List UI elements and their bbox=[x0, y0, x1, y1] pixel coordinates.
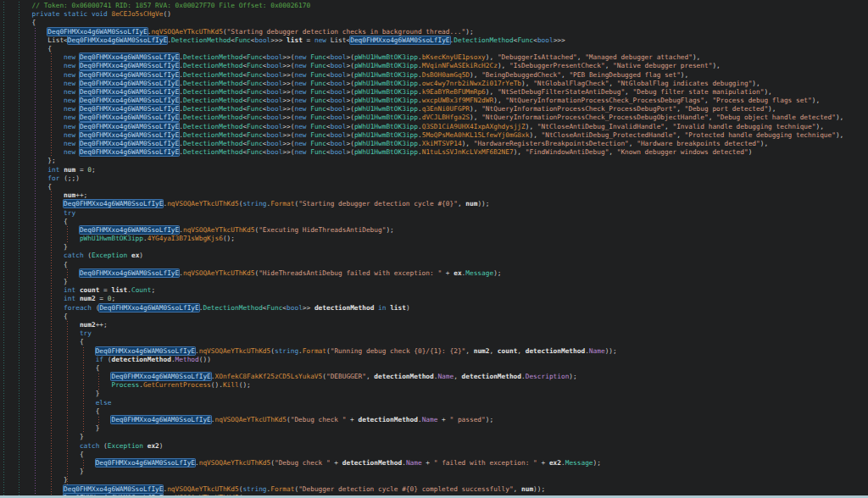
code-line: } bbox=[0, 468, 843, 476]
code-token: num bbox=[465, 200, 477, 208]
code-token: pWhU1HwmBtOK3ipp bbox=[354, 71, 418, 79]
code-token: ); bbox=[386, 226, 393, 234]
highlighted-symbol-occurrence[interactable]: Deq0FHMXxo4g6WAM0SsoLfIyE bbox=[47, 28, 147, 36]
code-token: Name bbox=[437, 373, 453, 380]
code-token: nqVSOQAeYTkcUThKd5 bbox=[215, 416, 287, 423]
code-token: "NtQueryInformationProcessCheck_ProcessD… bbox=[481, 113, 709, 121]
code-token: detectionMethod bbox=[374, 373, 433, 380]
highlighted-symbol-occurrence[interactable]: Deq0FHMXxo4g6WAM0SsoLfIyE bbox=[64, 485, 163, 493]
code-token: bool bbox=[331, 53, 347, 61]
code-token: new bbox=[294, 62, 310, 69]
code-token: "Debug check " bbox=[275, 459, 331, 467]
highlighted-symbol-occurrence[interactable]: Deq0FHMXxo4g6WAM0SsoLfIyE bbox=[80, 105, 179, 113]
highlighted-symbol-occurrence[interactable]: Deq0FHMXxo4g6WAM0SsoLfIyE bbox=[68, 36, 167, 44]
code-token: DetectionMethod bbox=[183, 62, 242, 69]
code-token: "NtGlobalFlag indicates debugging" bbox=[617, 80, 753, 87]
code-token: Func bbox=[310, 80, 326, 87]
code-line: catch (Exception ex) bbox=[0, 252, 843, 260]
highlighted-symbol-occurrence[interactable]: Deq0FHMXxo4g6WAM0SsoLfIyE bbox=[80, 80, 179, 87]
code-token: new bbox=[0, 148, 80, 156]
code-token: "Debug port detected" bbox=[685, 105, 769, 113]
code-line: Deq0FHMXxo4g6WAM0SsoLfIyE.nqVSOQAeYTkcUT… bbox=[0, 459, 843, 468]
code-token: (); bbox=[223, 235, 235, 242]
highlighted-symbol-occurrence[interactable]: Deq0FHMXxo4g6WAM0SsoLfIyE bbox=[96, 459, 195, 467]
code-token bbox=[0, 226, 80, 234]
code-token: pWhU1HwmBtOK3ipp bbox=[354, 131, 418, 139]
highlighted-symbol-occurrence[interactable]: Deq0FHMXxo4g6WAM0SsoLfIyE bbox=[64, 200, 163, 208]
code-token: ), bbox=[752, 80, 760, 87]
code-token: catch bbox=[0, 442, 103, 450]
code-token: Q3SD1CiA9UHX4IxpAXghdysjjZ bbox=[422, 123, 526, 130]
code-token: bool bbox=[331, 140, 347, 147]
code-token: num bbox=[521, 485, 533, 493]
highlighted-symbol-occurrence[interactable]: Deq0FHMXxo4g6WAM0SsoLfIyE bbox=[350, 36, 449, 44]
code-token: + bbox=[537, 459, 549, 467]
code-area[interactable]: // Token: 0x06000741 RID: 1857 RVA: 0x00… bbox=[0, 2, 843, 498]
code-token: 8eCEJo5sCHgVe bbox=[111, 10, 163, 18]
code-token: wxcpUWBx3f9MFN2dWR bbox=[422, 97, 494, 104]
highlighted-symbol-occurrence[interactable]: Deq0FHMXxo4g6WAM0SsoLfIyE bbox=[96, 347, 195, 355]
code-token: list bbox=[111, 286, 127, 294]
highlighted-symbol-occurrence[interactable]: Deq0FHMXxo4g6WAM0SsoLfIyE bbox=[80, 140, 179, 147]
code-token: } bbox=[0, 424, 99, 432]
code-token: pWhU1HwmBtOK3ipp bbox=[354, 113, 418, 121]
code-token: DetectionMethod bbox=[203, 304, 262, 312]
highlighted-symbol-occurrence[interactable]: Deq0FHMXxo4g6WAM0SsoLfIyE bbox=[111, 373, 210, 380]
code-token: >>> bbox=[554, 36, 565, 44]
highlighted-symbol-occurrence[interactable]: Deq0FHMXxo4g6WAM0SsoLfIyE bbox=[80, 123, 179, 130]
code-token: >>( bbox=[282, 131, 294, 139]
code-token: " failed with exception: " bbox=[434, 459, 537, 467]
code-token: ), bbox=[526, 123, 537, 130]
code-token: Func bbox=[310, 123, 326, 130]
code-token: new bbox=[0, 123, 80, 130]
code-token: Func bbox=[310, 88, 326, 96]
highlighted-symbol-occurrence[interactable]: Deq0FHMXxo4g6WAM0SsoLfIyE bbox=[111, 416, 210, 423]
code-token: Exception bbox=[92, 252, 127, 259]
code-token: "Running debug check {0}/{1}: {2}" bbox=[331, 347, 466, 355]
highlighted-symbol-occurrence[interactable]: Deq0FHMXxo4g6WAM0SsoLfIyE bbox=[80, 97, 179, 104]
code-token: >>( bbox=[282, 53, 294, 61]
highlighted-symbol-occurrence[interactable]: Deq0FHMXxo4g6WAM0SsoLfIyE bbox=[80, 62, 179, 69]
code-token: count bbox=[80, 286, 99, 294]
code-token: >( bbox=[346, 113, 353, 121]
decompiler-code-view[interactable]: // Token: 0x06000741 RID: 1857 RVA: 0x00… bbox=[0, 0, 868, 498]
code-token: "DebuggerIsAttached" bbox=[498, 53, 577, 61]
code-token: , bbox=[453, 373, 461, 380]
code-token: " passed" bbox=[450, 416, 486, 423]
code-token: ), bbox=[486, 53, 498, 61]
highlighted-symbol-occurrence[interactable]: Deq0FHMXxo4g6WAM0SsoLfIyE bbox=[80, 148, 179, 156]
code-token: >( bbox=[346, 62, 353, 69]
highlighted-symbol-occurrence[interactable]: Deq0FHMXxo4g6WAM0SsoLfIyE bbox=[80, 88, 179, 96]
highlighted-symbol-occurrence[interactable]: Deq0FHMXxo4g6WAM0SsoLfIyE bbox=[80, 226, 179, 234]
code-token: detectionMethod bbox=[314, 304, 374, 312]
code-token: >( bbox=[346, 88, 353, 96]
highlighted-symbol-occurrence[interactable]: Deq0FHMXxo4g6WAM0SsoLfIyE bbox=[80, 71, 179, 79]
highlighted-symbol-occurrence[interactable]: Deq0FHMXxo4g6WAM0SsoLfIyE bbox=[80, 53, 179, 61]
code-line: Deq0FHMXxo4g6WAM0SsoLfIyE.nqVSOQAeYTkcUT… bbox=[0, 416, 843, 424]
code-token: new bbox=[0, 53, 80, 61]
code-token: ; bbox=[111, 295, 115, 302]
code-token: ), bbox=[836, 113, 843, 121]
code-token: Name bbox=[406, 459, 422, 467]
code-token: ex bbox=[131, 252, 139, 259]
code-token: )); bbox=[605, 347, 617, 355]
code-token: ); bbox=[493, 269, 501, 277]
code-token: XOnfekC8FakKf25zCD5LsYukaV5 bbox=[215, 373, 323, 380]
highlighted-symbol-occurrence[interactable]: Deq0FHMXxo4g6WAM0SsoLfIyE bbox=[80, 269, 179, 277]
highlighted-symbol-occurrence[interactable]: Deq0FHMXxo4g6WAM0SsoLfIyE bbox=[99, 304, 198, 312]
code-token: owc4wy7nrb2iNwxZi017rYeTb bbox=[422, 80, 521, 87]
code-token: Func bbox=[235, 36, 251, 44]
code-token: DetectionMethod bbox=[183, 123, 242, 130]
code-token: string bbox=[242, 485, 266, 493]
code-token: ), bbox=[493, 97, 505, 104]
code-token: Message bbox=[465, 269, 493, 277]
code-token: new bbox=[294, 148, 310, 156]
code-token: >( bbox=[346, 148, 353, 156]
code-token: { bbox=[0, 313, 68, 320]
code-line: new Deq0FHMXxo4g6WAM0SsoLfIyE.DetectionM… bbox=[0, 113, 843, 122]
highlighted-symbol-occurrence[interactable]: Deq0FHMXxo4g6WAM0SsoLfIyE bbox=[80, 113, 179, 121]
highlighted-symbol-occurrence[interactable]: Deq0FHMXxo4g6WAM0SsoLfIyE bbox=[80, 131, 179, 139]
code-token: Description bbox=[526, 373, 570, 380]
code-token: ), bbox=[815, 123, 823, 130]
code-token: ), bbox=[470, 113, 481, 121]
